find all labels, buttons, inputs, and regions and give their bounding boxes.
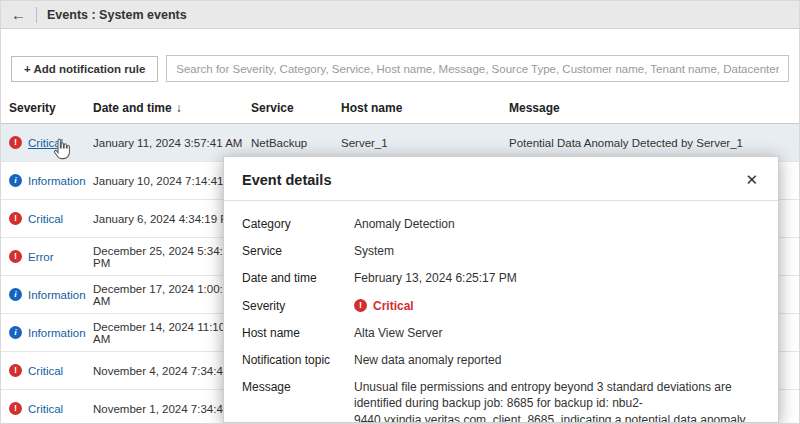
- table-header: Severity Date and time ↓ Service Host na…: [1, 92, 799, 124]
- search-input[interactable]: [166, 55, 789, 82]
- field-notification-topic: Notification topic New data anomaly repo…: [242, 352, 760, 368]
- field-value: New data anomaly reported: [354, 352, 760, 368]
- critical-icon: !: [354, 299, 367, 312]
- back-arrow-icon[interactable]: ←: [11, 7, 26, 22]
- field-date-time: Date and time February 13, 2024 6:25:17 …: [242, 270, 760, 286]
- event-details-modal: Event details ✕ Category Anomaly Detecti…: [223, 156, 779, 423]
- message-cell: Potential Data Anomaly Detected by Serve…: [509, 137, 799, 149]
- field-value: Anomaly Detection: [354, 216, 760, 232]
- field-value: System: [354, 243, 760, 259]
- severity-link[interactable]: Critical: [28, 403, 63, 415]
- information-icon: i: [9, 174, 22, 187]
- field-label: Service: [242, 243, 354, 259]
- topbar-divider: [36, 7, 37, 23]
- toolbar: + Add notification rule: [1, 55, 799, 82]
- add-notification-rule-button[interactable]: + Add notification rule: [11, 56, 158, 82]
- field-value: Unusual file permissions and entropy bey…: [354, 379, 760, 422]
- column-header-message: Message: [509, 101, 799, 115]
- field-host-name: Host name Alta View Server: [242, 325, 760, 341]
- severity-link[interactable]: Information: [28, 327, 86, 339]
- severity-link[interactable]: Critical: [28, 137, 63, 149]
- date-cell: January 11, 2024 3:57:41 AM: [93, 137, 251, 149]
- service-cell: NetBackup: [251, 137, 341, 149]
- modal-title: Event details: [242, 172, 331, 188]
- column-header-date[interactable]: Date and time ↓: [93, 101, 251, 115]
- column-header-severity: Severity: [9, 101, 93, 115]
- severity-link[interactable]: Critical: [28, 213, 63, 225]
- column-header-hostname: Host name: [341, 101, 509, 115]
- field-label: Severity: [242, 298, 354, 314]
- column-header-service: Service: [251, 101, 341, 115]
- modal-body: Category Anomaly Detection Service Syste…: [224, 201, 778, 422]
- severity-text: Critical: [373, 298, 414, 314]
- field-value: ! Critical: [354, 298, 760, 314]
- severity-link[interactable]: Critical: [28, 365, 63, 377]
- severity-link[interactable]: Information: [28, 289, 86, 301]
- hostname-cell: Server_1: [341, 137, 509, 149]
- field-message: Message Unusual file permissions and ent…: [242, 379, 760, 422]
- field-label: Message: [242, 379, 354, 422]
- critical-icon: !: [9, 212, 22, 225]
- field-value: Alta View Server: [354, 325, 760, 341]
- page-title: Events : System events: [47, 8, 187, 22]
- field-value: February 13, 2024 6:25:17 PM: [354, 270, 760, 286]
- field-label: Category: [242, 216, 354, 232]
- information-icon: i: [9, 326, 22, 339]
- error-icon: !: [9, 250, 22, 263]
- field-label: Host name: [242, 325, 354, 341]
- close-icon[interactable]: ✕: [741, 170, 762, 189]
- field-label: Date and time: [242, 270, 354, 286]
- field-service: Service System: [242, 243, 760, 259]
- field-category: Category Anomaly Detection: [242, 216, 760, 232]
- top-bar: ← Events : System events: [1, 1, 799, 29]
- critical-icon: !: [9, 402, 22, 415]
- severity-link[interactable]: Information: [28, 175, 86, 187]
- critical-icon: !: [9, 364, 22, 377]
- field-severity: Severity ! Critical: [242, 298, 760, 314]
- critical-icon: !: [9, 136, 22, 149]
- sort-descending-icon: ↓: [176, 101, 182, 115]
- field-label: Notification topic: [242, 352, 354, 368]
- modal-header: Event details ✕: [224, 157, 778, 201]
- information-icon: i: [9, 288, 22, 301]
- severity-link[interactable]: Error: [28, 251, 54, 263]
